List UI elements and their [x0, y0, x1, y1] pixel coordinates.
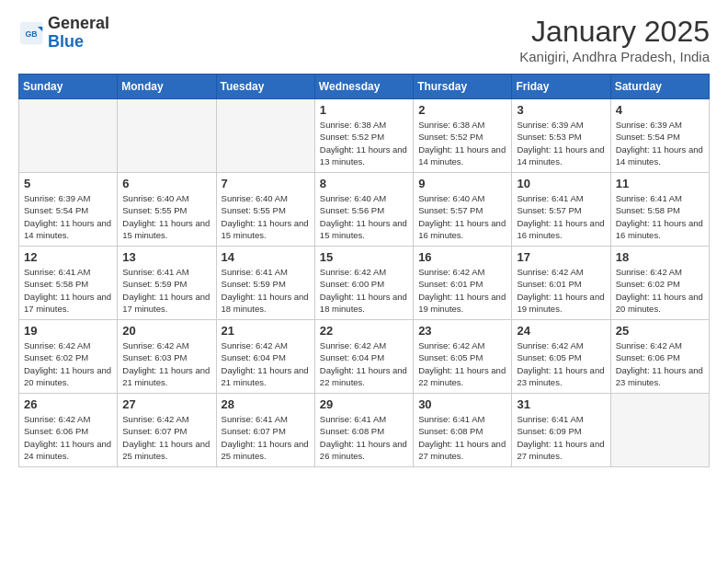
logo: GB General Blue — [18, 15, 109, 52]
day-info: Sunrise: 6:39 AMSunset: 5:53 PMDaylight:… — [517, 119, 605, 167]
day-number: 9 — [418, 177, 506, 190]
week-row-3: 12Sunrise: 6:41 AMSunset: 5:58 PMDayligh… — [19, 247, 710, 320]
day-number: 29 — [320, 397, 408, 411]
day-info: Sunrise: 6:42 AMSunset: 6:06 PMDaylight:… — [616, 339, 704, 388]
day-info: Sunrise: 6:42 AMSunset: 6:05 PMDaylight:… — [517, 339, 605, 388]
day-number: 24 — [517, 324, 605, 338]
calendar-cell: 9Sunrise: 6:40 AMSunset: 5:57 PMDaylight… — [414, 173, 512, 247]
day-info: Sunrise: 6:41 AMSunset: 5:57 PMDaylight:… — [517, 192, 605, 241]
day-number: 2 — [418, 103, 506, 117]
calendar-cell: 16Sunrise: 6:42 AMSunset: 6:01 PMDayligh… — [414, 247, 512, 320]
day-info: Sunrise: 6:41 AMSunset: 6:07 PMDaylight:… — [222, 413, 310, 462]
calendar-cell: 12Sunrise: 6:41 AMSunset: 5:58 PMDayligh… — [19, 247, 118, 320]
day-number: 27 — [122, 397, 210, 411]
day-info: Sunrise: 6:41 AMSunset: 6:08 PMDaylight:… — [320, 413, 408, 462]
calendar-cell: 20Sunrise: 6:42 AMSunset: 6:03 PMDayligh… — [118, 320, 216, 394]
day-number: 22 — [320, 324, 408, 338]
calendar-cell: 10Sunrise: 6:41 AMSunset: 5:57 PMDayligh… — [512, 173, 610, 247]
day-number: 31 — [517, 397, 605, 411]
day-info: Sunrise: 6:42 AMSunset: 6:02 PMDaylight:… — [24, 339, 112, 388]
calendar-cell — [19, 99, 118, 173]
day-number: 4 — [616, 103, 704, 117]
day-info: Sunrise: 6:42 AMSunset: 6:01 PMDaylight:… — [418, 266, 506, 315]
day-info: Sunrise: 6:41 AMSunset: 5:59 PMDaylight:… — [122, 266, 210, 315]
day-number: 25 — [616, 324, 704, 338]
location-subtitle: Kanigiri, Andhra Pradesh, India — [519, 49, 710, 64]
day-info: Sunrise: 6:38 AMSunset: 5:52 PMDaylight:… — [418, 119, 506, 167]
calendar-cell: 19Sunrise: 6:42 AMSunset: 6:02 PMDayligh… — [19, 320, 118, 394]
calendar-body: 1Sunrise: 6:38 AMSunset: 5:52 PMDaylight… — [19, 99, 710, 467]
calendar-cell: 4Sunrise: 6:39 AMSunset: 5:54 PMDaylight… — [610, 99, 709, 173]
calendar-cell: 28Sunrise: 6:41 AMSunset: 6:07 PMDayligh… — [216, 394, 314, 467]
day-info: Sunrise: 6:41 AMSunset: 5:58 PMDaylight:… — [24, 266, 112, 315]
logo-blue-text: Blue — [48, 32, 84, 51]
day-number: 23 — [418, 324, 506, 338]
day-number: 7 — [222, 177, 310, 190]
calendar-header: SundayMondayTuesdayWednesdayThursdayFrid… — [19, 75, 710, 99]
day-info: Sunrise: 6:40 AMSunset: 5:55 PMDaylight:… — [222, 192, 310, 241]
day-number: 28 — [222, 397, 310, 411]
day-header-thursday: Thursday — [414, 75, 512, 99]
day-number: 30 — [418, 397, 506, 411]
day-number: 5 — [24, 177, 112, 190]
logo-general-text: General — [48, 14, 109, 32]
calendar-cell: 23Sunrise: 6:42 AMSunset: 6:05 PMDayligh… — [414, 320, 512, 394]
day-number: 8 — [320, 177, 408, 190]
svg-text:GB: GB — [25, 29, 37, 38]
day-number: 20 — [122, 324, 210, 338]
day-info: Sunrise: 6:42 AMSunset: 6:04 PMDaylight:… — [222, 339, 310, 388]
day-number: 21 — [222, 324, 310, 338]
day-info: Sunrise: 6:40 AMSunset: 5:56 PMDaylight:… — [320, 192, 408, 241]
day-number: 17 — [517, 250, 605, 264]
title-block: January 2025 Kanigiri, Andhra Pradesh, I… — [519, 15, 710, 64]
calendar-cell: 29Sunrise: 6:41 AMSunset: 6:08 PMDayligh… — [314, 394, 413, 467]
page-header: GB General Blue January 2025 Kanigiri, A… — [18, 15, 710, 64]
calendar-cell: 6Sunrise: 6:40 AMSunset: 5:55 PMDaylight… — [118, 173, 216, 247]
week-row-5: 26Sunrise: 6:42 AMSunset: 6:06 PMDayligh… — [19, 394, 710, 467]
day-info: Sunrise: 6:38 AMSunset: 5:52 PMDaylight:… — [320, 119, 408, 167]
day-number: 19 — [24, 324, 112, 338]
day-number: 16 — [418, 250, 506, 264]
day-number: 15 — [320, 250, 408, 264]
week-row-4: 19Sunrise: 6:42 AMSunset: 6:02 PMDayligh… — [19, 320, 710, 394]
calendar-cell: 3Sunrise: 6:39 AMSunset: 5:53 PMDaylight… — [512, 99, 610, 173]
day-header-saturday: Saturday — [610, 75, 709, 99]
calendar-cell: 30Sunrise: 6:41 AMSunset: 6:08 PMDayligh… — [414, 394, 512, 467]
day-header-tuesday: Tuesday — [216, 75, 314, 99]
day-info: Sunrise: 6:39 AMSunset: 5:54 PMDaylight:… — [24, 192, 112, 241]
calendar-cell: 5Sunrise: 6:39 AMSunset: 5:54 PMDaylight… — [19, 173, 118, 247]
day-info: Sunrise: 6:42 AMSunset: 6:07 PMDaylight:… — [122, 413, 210, 462]
calendar-cell: 2Sunrise: 6:38 AMSunset: 5:52 PMDaylight… — [414, 99, 512, 173]
calendar-cell: 15Sunrise: 6:42 AMSunset: 6:00 PMDayligh… — [314, 247, 413, 320]
calendar-cell: 22Sunrise: 6:42 AMSunset: 6:04 PMDayligh… — [314, 320, 413, 394]
calendar-cell: 14Sunrise: 6:41 AMSunset: 5:59 PMDayligh… — [216, 247, 314, 320]
calendar-cell: 26Sunrise: 6:42 AMSunset: 6:06 PMDayligh… — [19, 394, 118, 467]
day-header-row: SundayMondayTuesdayWednesdayThursdayFrid… — [19, 75, 710, 99]
day-number: 18 — [616, 250, 704, 264]
day-info: Sunrise: 6:41 AMSunset: 6:08 PMDaylight:… — [418, 413, 506, 462]
day-header-friday: Friday — [512, 75, 610, 99]
day-number: 6 — [122, 177, 210, 190]
day-number: 12 — [24, 250, 112, 264]
month-year-title: January 2025 — [519, 15, 710, 49]
calendar-cell: 24Sunrise: 6:42 AMSunset: 6:05 PMDayligh… — [512, 320, 610, 394]
day-info: Sunrise: 6:42 AMSunset: 6:04 PMDaylight:… — [320, 339, 408, 388]
day-info: Sunrise: 6:42 AMSunset: 6:03 PMDaylight:… — [122, 339, 210, 388]
calendar-cell: 7Sunrise: 6:40 AMSunset: 5:55 PMDaylight… — [216, 173, 314, 247]
day-info: Sunrise: 6:42 AMSunset: 6:02 PMDaylight:… — [616, 266, 704, 315]
day-info: Sunrise: 6:40 AMSunset: 5:55 PMDaylight:… — [122, 192, 210, 241]
calendar-cell: 1Sunrise: 6:38 AMSunset: 5:52 PMDaylight… — [314, 99, 413, 173]
calendar-cell: 21Sunrise: 6:42 AMSunset: 6:04 PMDayligh… — [216, 320, 314, 394]
calendar-table: SundayMondayTuesdayWednesdayThursdayFrid… — [18, 74, 710, 467]
day-number: 3 — [517, 103, 605, 117]
day-number: 1 — [320, 103, 408, 117]
calendar-cell: 27Sunrise: 6:42 AMSunset: 6:07 PMDayligh… — [118, 394, 216, 467]
day-info: Sunrise: 6:41 AMSunset: 5:58 PMDaylight:… — [616, 192, 704, 241]
day-number: 11 — [616, 177, 704, 190]
day-header-monday: Monday — [118, 75, 216, 99]
calendar-cell — [216, 99, 314, 173]
day-info: Sunrise: 6:42 AMSunset: 6:05 PMDaylight:… — [418, 339, 506, 388]
calendar-cell: 25Sunrise: 6:42 AMSunset: 6:06 PMDayligh… — [610, 320, 709, 394]
calendar-cell: 31Sunrise: 6:41 AMSunset: 6:09 PMDayligh… — [512, 394, 610, 467]
day-number: 13 — [122, 250, 210, 264]
